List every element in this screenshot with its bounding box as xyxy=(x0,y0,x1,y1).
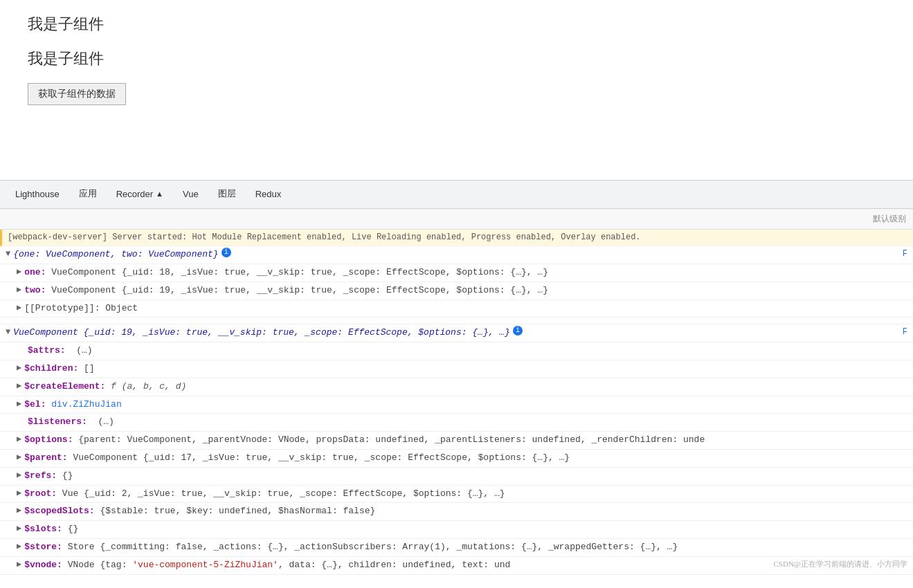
vnode-expand-arrow[interactable] xyxy=(17,558,21,571)
one-expand-arrow[interactable] xyxy=(17,266,21,279)
block2-parent-line: $parent: VueComponent {_uid: 17, _isVue:… xyxy=(0,450,913,468)
block1-two-line: two: VueComponent {_uid: 19, _isVue: tru… xyxy=(0,282,913,300)
tab-yingyong[interactable]: 应用 xyxy=(69,181,107,208)
block2-root-line: $root: Vue {_uid: 2, _isVue: true, __v_s… xyxy=(0,486,913,504)
proto-expand-arrow[interactable] xyxy=(17,302,21,315)
devtools-tabbar: Lighthouse 应用 Recorder ▲ Vue 图层 Redux xyxy=(0,180,913,209)
children-expand-arrow[interactable] xyxy=(17,362,21,375)
scopedSlots-expand-arrow[interactable] xyxy=(17,504,21,517)
block1-info-icon[interactable]: i xyxy=(222,248,231,257)
block2-el-line: $el: div.ZiZhuJian xyxy=(0,396,913,414)
tab-redux[interactable]: Redux xyxy=(246,181,291,208)
block2-right-link[interactable]: F xyxy=(889,326,907,339)
block2-listeners-line: $listeners: (…) xyxy=(0,414,913,432)
block2-attrs-line: $attrs: (…) xyxy=(0,342,913,360)
tab-tulayer[interactable]: 图层 xyxy=(208,181,246,208)
block2-children-line: $children: [] xyxy=(0,360,913,378)
tab-recorder[interactable]: Recorder ▲ xyxy=(107,181,173,208)
block2-options-line: $options: {parent: VueComponent, _parent… xyxy=(0,432,913,450)
filter-label: 默认级别 xyxy=(873,213,906,225)
block2-expand-arrow[interactable] xyxy=(6,326,10,339)
block2-refs-line: $refs: {} xyxy=(0,468,913,486)
options-expand-arrow[interactable] xyxy=(17,433,21,446)
watermark-text: CSDN@正在学习前端的请进、小方同学 xyxy=(774,558,907,571)
child-text-1: 我是子组件 xyxy=(28,14,885,35)
parent-expand-arrow[interactable] xyxy=(17,451,21,464)
block2-scopedSlots-line: $scopedSlots: {$stable: true, $key: unde… xyxy=(0,503,913,521)
block1-expand-arrow[interactable] xyxy=(6,248,10,261)
block1-right-link[interactable]: F xyxy=(889,248,907,261)
store-expand-arrow[interactable] xyxy=(17,540,21,553)
block2-info-icon[interactable]: i xyxy=(513,326,523,336)
webpack-log-text: [webpack-dev-server] Server started: Hot… xyxy=(8,231,641,244)
slots-expand-arrow[interactable] xyxy=(17,522,21,535)
section-gap xyxy=(0,318,913,324)
filter-bar: 默认级别 xyxy=(0,209,913,230)
child-text-2: 我是子组件 xyxy=(28,48,885,69)
get-data-button[interactable]: 获取子组件的数据 xyxy=(28,83,126,105)
block2-header-line: VueComponent {_uid: 19, _isVue: true, __… xyxy=(0,324,913,342)
root-expand-arrow[interactable] xyxy=(17,487,21,500)
block2-slots-line: $slots: {} xyxy=(0,521,913,539)
createElement-expand-arrow[interactable] xyxy=(17,380,21,393)
block2-createElement-line: $createElement: f (a, b, c, d) xyxy=(0,378,913,396)
block1-one-line: one: VueComponent {_uid: 18, _isVue: tru… xyxy=(0,264,913,282)
refs-expand-arrow[interactable] xyxy=(17,469,21,482)
tab-vue[interactable]: Vue xyxy=(173,181,208,208)
block1-proto-line: [[Prototype]]: Object xyxy=(0,300,913,318)
recorder-icon: ▲ xyxy=(156,190,163,198)
block1-header-text: {one: VueComponent, two: VueComponent} xyxy=(13,248,218,262)
el-expand-arrow[interactable] xyxy=(17,398,21,411)
block2-store-line: $store: Store {_committing: false, _acti… xyxy=(0,539,913,557)
block2-header-text: VueComponent {_uid: 19, _isVue: true, __… xyxy=(13,326,510,340)
block1-header-line: {one: VueComponent, two: VueComponent} i… xyxy=(0,246,913,264)
main-content: 我是子组件 我是子组件 获取子组件的数据 xyxy=(0,0,913,180)
console-area: [webpack-dev-server] Server started: Hot… xyxy=(0,230,913,575)
tab-lighthouse[interactable]: Lighthouse xyxy=(6,181,69,208)
webpack-log-line: [webpack-dev-server] Server started: Hot… xyxy=(0,230,913,246)
block2-vnode-line: $vnode: VNode {tag: 'vue-component-5-ZiZ… xyxy=(0,557,913,575)
two-expand-arrow[interactable] xyxy=(17,284,21,297)
